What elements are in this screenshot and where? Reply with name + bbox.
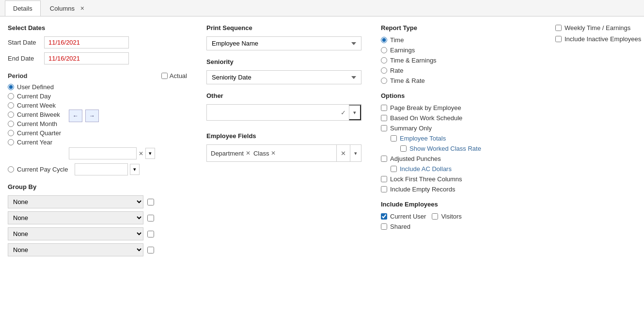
include-inactive-employees-checkbox[interactable]	[555, 36, 562, 42]
option-page-break-checkbox[interactable]	[381, 105, 387, 111]
far-right-weekly-time: Weekly Time / Earnings	[555, 24, 644, 32]
seniority-select[interactable]: Seniority Date	[206, 70, 361, 84]
rt-rate[interactable]: Rate	[381, 67, 536, 74]
seniority-title: Seniority	[206, 58, 361, 65]
other-title: Other	[206, 92, 361, 99]
report-type-title: Report Type	[381, 24, 536, 32]
option-include-ac-dollars-checkbox[interactable]	[391, 166, 397, 172]
group-by-select-2[interactable]: None	[8, 211, 143, 224]
other-container: ✓ ▾	[206, 104, 361, 121]
group-by-checkbox-4[interactable]	[147, 247, 154, 253]
include-employees-section: Include Employees Current User Visitors …	[381, 201, 536, 230]
employee-fields-container: Department ✕ Class ✕	[207, 145, 336, 161]
period-prev-button[interactable]: ←	[69, 110, 82, 122]
employee-fields-clear-button[interactable]: ✕	[337, 150, 350, 157]
period-radio-group: User Defined Current Day Current Week Cu…	[8, 83, 61, 159]
option-page-break: Page Break by Employee	[381, 104, 536, 111]
emp-tag-class: Class ✕	[253, 150, 276, 157]
end-date-input[interactable]	[44, 52, 129, 64]
other-input[interactable]	[207, 107, 338, 118]
options-title: Options	[381, 92, 536, 99]
pay-cycle-dropdown-button[interactable]: ▾	[130, 164, 140, 175]
include-shared-checkbox[interactable]	[381, 223, 387, 230]
option-based-on-work-schedule: Based On Work Schedule	[381, 114, 536, 122]
option-employee-totals-checkbox[interactable]	[391, 135, 397, 142]
emp-tag-class-remove[interactable]: ✕	[271, 150, 276, 157]
rt-time[interactable]: Time	[381, 36, 536, 44]
group-by-select-1[interactable]: None	[8, 195, 143, 208]
other-check-button[interactable]: ✓	[338, 109, 349, 116]
option-lock-first-three-columns-checkbox[interactable]	[381, 176, 387, 182]
group-by-select-3[interactable]: None	[8, 227, 143, 240]
employee-fields-title: Employee Fields	[206, 132, 361, 140]
period-title: Period	[8, 72, 27, 79]
include-employees-title: Include Employees	[381, 201, 536, 208]
start-date-label: Start Date	[8, 39, 44, 46]
group-by-checkbox-3[interactable]	[147, 231, 154, 237]
tab-close-button[interactable]: ×	[79, 4, 86, 12]
option-adjusted-punches-checkbox[interactable]	[381, 156, 387, 162]
option-include-ac-dollars: Include AC Dollars	[381, 165, 536, 173]
period-current-month[interactable]: Current Month	[8, 120, 61, 127]
rt-earnings[interactable]: Earnings	[381, 47, 536, 54]
print-sequence-title: Print Sequence	[206, 24, 361, 32]
period-current-quarter[interactable]: Current Quarter	[8, 129, 61, 137]
other-dropdown-button[interactable]: ▾	[349, 105, 361, 120]
pay-cycle-input[interactable]	[75, 163, 128, 175]
option-include-empty-records: Include Empty Records	[381, 186, 536, 193]
period-user-defined[interactable]: User Defined	[8, 83, 61, 91]
employee-fields-dropdown-button[interactable]: ▾	[350, 145, 361, 161]
group-by-checkbox-1[interactable]	[147, 199, 154, 205]
group-by-title: Group By	[8, 183, 187, 190]
report-type-options: Time Earnings Time & Earnings Rate Time …	[381, 36, 536, 84]
period-current-day[interactable]: Current Day	[8, 93, 61, 100]
current-quarter-clear-button[interactable]: ✕	[139, 150, 143, 157]
start-date-input[interactable]	[44, 36, 129, 48]
current-quarter-dropdown-button[interactable]: ▾	[145, 148, 155, 159]
option-based-on-work-schedule-checkbox[interactable]	[381, 115, 387, 121]
period-next-button[interactable]: →	[85, 110, 99, 122]
current-quarter-input[interactable]	[69, 147, 137, 159]
emp-tag-department-remove[interactable]: ✕	[246, 150, 251, 157]
period-current-year[interactable]: Current Year	[8, 139, 61, 146]
select-dates-title: Select Dates	[8, 24, 187, 32]
weekly-time-earnings-checkbox[interactable]	[555, 25, 562, 31]
period-current-week[interactable]: Current Week	[8, 102, 61, 109]
option-lock-first-three-columns: Lock First Three Columns	[381, 175, 536, 183]
actual-label[interactable]: Actual	[161, 72, 187, 79]
tabs-bar: Details Columns ×	[0, 0, 644, 16]
option-show-worked-class-rate-checkbox[interactable]	[400, 145, 407, 152]
include-visitors-checkbox[interactable]	[432, 213, 438, 220]
print-sequence-select[interactable]: Employee Name	[206, 36, 361, 50]
option-summary-only-checkbox[interactable]	[381, 125, 387, 131]
include-visitors[interactable]: Visitors	[432, 213, 461, 220]
include-current-user-checkbox[interactable]	[381, 213, 387, 220]
include-shared[interactable]: Shared	[381, 223, 410, 230]
option-adjusted-punches: Adjusted Punches	[381, 155, 536, 162]
emp-tag-department: Department ✕	[211, 150, 251, 157]
group-by-checkbox-2[interactable]	[147, 215, 154, 221]
tab-columns[interactable]: Columns ×	[42, 0, 94, 16]
period-current-biweek[interactable]: Current Biweek	[8, 111, 61, 118]
end-date-label: End Date	[8, 55, 44, 62]
include-current-user[interactable]: Current User	[381, 213, 426, 220]
options-section: Options Page Break by Employee Based On …	[381, 92, 536, 193]
option-include-empty-records-checkbox[interactable]	[381, 186, 387, 192]
group-by-select-4[interactable]: None	[8, 243, 143, 256]
option-show-worked-class-rate: Show Worked Class Rate	[381, 145, 536, 152]
rt-time-earnings[interactable]: Time & Earnings	[381, 57, 536, 64]
option-employee-totals: Employee Totals	[381, 135, 536, 142]
actual-checkbox[interactable]	[161, 73, 168, 79]
tab-details[interactable]: Details	[5, 0, 41, 16]
option-summary-only: Summary Only	[381, 125, 536, 132]
rt-time-rate[interactable]: Time & Rate	[381, 77, 536, 84]
period-current-pay-cycle[interactable]: Current Pay Cycle	[8, 166, 68, 173]
far-right-include-inactive: Include Inactive Employees	[555, 35, 644, 43]
